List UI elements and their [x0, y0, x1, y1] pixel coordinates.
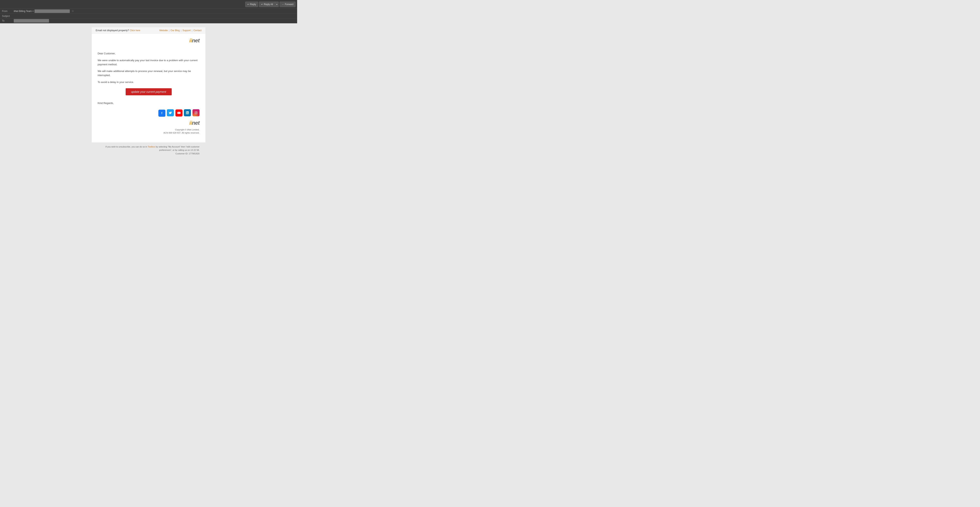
from-email-input[interactable] [35, 10, 70, 13]
to-value [14, 19, 295, 22]
kind-regards-container: Kind Regards, [98, 101, 199, 105]
logo-net-part: net [192, 37, 199, 43]
reply-all-label: Reply All [264, 3, 273, 6]
facebook-icon[interactable]: f [158, 110, 165, 117]
linkedin-logo-icon [186, 112, 189, 114]
reply-button[interactable]: ↩ Reply [245, 2, 258, 7]
copyright-line2: ACN 068 628 937. All rights reserved. [98, 131, 199, 134]
email-top-bar: Email not displayed properly? Click here… [92, 27, 205, 33]
greeting: Dear Customer, [98, 52, 199, 56]
email-text-content: Dear Customer, We were unable to automat… [98, 52, 199, 84]
reply-all-icon: ↩ [261, 3, 263, 6]
unsubscribe-container: If you wish to unsubscribe, you can do s… [92, 142, 205, 158]
youtube-play-icon [177, 112, 180, 114]
reply-all-group: ↩ Reply All ▾ [259, 2, 279, 7]
twitter-bird-icon [169, 112, 172, 114]
main-content: Email not displayed properly? Click here… [0, 23, 297, 162]
instagram-logo-icon [195, 112, 197, 114]
kind-regards: Kind Regards, [98, 101, 199, 105]
nav-sep-3: | [192, 29, 192, 32]
linkedin-icon[interactable] [184, 109, 191, 116]
not-displayed-text: Email not displayed properly? [95, 29, 129, 32]
youtube-icon[interactable] [175, 110, 183, 116]
toolbar: ↩ Reply ↩ Reply All ▾ → Forward [0, 0, 297, 9]
copyright-container: Copyright © iiNet Limited. ACN 068 628 9… [98, 128, 199, 134]
para3: To avoid a delay in your service. [98, 80, 199, 84]
para2: We will make additional attempts to proc… [98, 69, 199, 78]
copyright-line1: Copyright © iiNet Limited. [98, 128, 199, 131]
from-row: From iiNet Billing Team < ☆ [0, 9, 297, 14]
customer-id: Customer ID: 177981820 [175, 152, 199, 155]
reply-all-button[interactable]: ↩ Reply All [259, 2, 275, 7]
logo-ii-part: ii [189, 37, 192, 43]
forward-icon: → [282, 3, 284, 6]
from-value: iiNet Billing Team < ☆ [14, 10, 295, 13]
forward-label: Forward [285, 3, 293, 6]
to-row: To [0, 18, 297, 23]
blog-link[interactable]: Our Blog [170, 29, 180, 32]
iinet-logo-top: iinet [189, 37, 199, 43]
footer-logo-ii-part: ii [189, 120, 192, 126]
subject-label: Subject [2, 15, 14, 18]
iinet-logo-container-top: iinet [98, 37, 199, 46]
reply-icon: ↩ [247, 3, 249, 6]
email-header: From iiNet Billing Team < ☆ Subject To [0, 9, 297, 23]
not-displayed-container: Email not displayed properly? Click here [95, 29, 140, 32]
para1: We were unable to automatically pay your… [98, 59, 199, 67]
support-link[interactable]: Support [183, 29, 191, 32]
to-label: To [2, 19, 14, 22]
to-email-input[interactable] [14, 19, 49, 22]
unsubscribe-rest: by selecting "My Account" then "edit cus… [156, 145, 199, 151]
reply-label: Reply [250, 3, 256, 6]
unsubscribe-text: If you wish to unsubscribe, you can do s… [105, 145, 147, 148]
nav-sep-1: | [169, 29, 169, 32]
footer-logo-net-part: net [192, 120, 199, 126]
iinet-logo-container-bottom: iinet [98, 120, 199, 126]
instagram-icon[interactable] [192, 109, 199, 116]
subject-row: Subject [0, 14, 297, 18]
chevron-down-icon: ▾ [276, 3, 277, 5]
email-inner: iinet Dear Customer, We were unable to a… [92, 33, 205, 142]
social-icons-container: f [98, 109, 199, 117]
email-body: Email not displayed properly? Click here… [92, 27, 205, 158]
nav-sep-2: | [181, 29, 181, 32]
nav-links: Website | Our Blog | Support | Contact [159, 29, 202, 32]
from-label: From [2, 10, 14, 13]
reply-all-dropdown[interactable]: ▾ [275, 2, 279, 7]
iinet-logo-bottom: iinet [189, 120, 199, 126]
click-here-link[interactable]: Click here [130, 29, 140, 32]
star-icon[interactable]: ☆ [72, 10, 74, 13]
update-btn-container: update your current payment [98, 88, 199, 95]
contact-link[interactable]: Contact [194, 29, 202, 32]
twitter-icon[interactable] [167, 109, 174, 116]
website-link[interactable]: Website [159, 29, 168, 32]
forward-button[interactable]: → Forward [280, 2, 296, 7]
toolbox-link[interactable]: Toolbox [148, 145, 155, 148]
update-payment-button[interactable]: update your current payment [126, 88, 172, 95]
